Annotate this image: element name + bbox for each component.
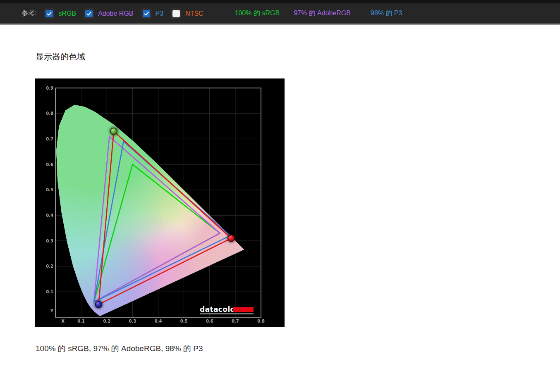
svg-text:0.7: 0.7: [232, 319, 239, 323]
svg-text:0.3: 0.3: [46, 239, 53, 243]
ntsc-checkbox[interactable]: [172, 10, 180, 17]
svg-text:0.2: 0.2: [46, 264, 53, 268]
p3-coverage: 98% 的 P3: [371, 9, 402, 18]
reference-toolbar: 参考: sRGB Adobe RGB P3: [0, 3, 560, 25]
check-icon: [86, 11, 92, 17]
adobergb-coverage: 97% 的 AdobeRGB: [294, 9, 351, 18]
datacolor-logo-underline: [200, 314, 254, 314]
cie-chromaticity-chart: datacolor 0.10.20.30.40.50.60.70.80.90.1…: [35, 78, 285, 327]
ntsc-checkbox-label[interactable]: NTSC: [185, 10, 203, 17]
check-icon: [144, 11, 149, 17]
ntsc-checkbox-wrap: [171, 8, 182, 19]
svg-text:0.2: 0.2: [103, 319, 110, 323]
svg-text:0.6: 0.6: [206, 319, 213, 323]
adobergb-checkbox-label[interactable]: Adobe RGB: [98, 10, 133, 17]
srgb-checkbox-label[interactable]: sRGB: [58, 10, 76, 17]
svg-text:0.6: 0.6: [46, 162, 53, 167]
p3-checkbox-label[interactable]: P3: [156, 10, 164, 17]
svg-text:0.1: 0.1: [77, 319, 85, 323]
coverage-caption: 100% 的 sRGB, 97% 的 AdobeRGB, 98% 的 P3: [36, 343, 203, 354]
adobergb-checkbox-wrap: [84, 8, 94, 19]
srgb-checkbox-wrap: [44, 8, 55, 19]
srgb-coverage: 100% 的 sRGB: [235, 9, 280, 18]
gamut-chart: datacolor 0.10.20.30.40.50.60.70.80.90.1…: [35, 78, 285, 327]
svg-text:X: X: [61, 319, 65, 323]
svg-text:0.7: 0.7: [46, 137, 53, 141]
coverage-results: 100% 的 sRGB 97% 的 AdobeRGB 98% 的 P3: [235, 9, 402, 18]
page: 参考: sRGB Adobe RGB P3: [0, 0, 560, 392]
checkbox-group-ntsc[interactable]: NTSC: [171, 8, 203, 19]
p3-checkbox[interactable]: [143, 10, 150, 17]
adobergb-checkbox[interactable]: [85, 10, 93, 17]
datacolor-logo: datacolor: [200, 305, 254, 314]
checkbox-group-srgb[interactable]: sRGB: [44, 8, 76, 19]
checkbox-group-p3[interactable]: P3: [141, 8, 164, 19]
svg-text:0.4: 0.4: [46, 213, 53, 218]
top-strip: [0, 0, 560, 3]
svg-text:0.8: 0.8: [257, 319, 265, 323]
datacolor-logo-bar: [233, 307, 254, 312]
svg-text:0.3: 0.3: [129, 319, 136, 323]
srgb-checkbox[interactable]: [45, 10, 53, 17]
p3-checkbox-wrap: [141, 8, 152, 19]
svg-text:0.1: 0.1: [46, 290, 53, 294]
check-icon: [46, 11, 52, 17]
svg-text:0.5: 0.5: [46, 188, 53, 192]
svg-text:0.8: 0.8: [46, 111, 53, 116]
svg-text:Y: Y: [50, 309, 54, 313]
page-title: 显示器的色域: [36, 51, 85, 62]
svg-text:0.5: 0.5: [180, 319, 188, 323]
reference-label: 参考:: [22, 9, 36, 18]
svg-text:0.4: 0.4: [155, 319, 162, 323]
checkbox-group-adobergb[interactable]: Adobe RGB: [84, 8, 133, 19]
svg-text:0.9: 0.9: [46, 86, 53, 90]
